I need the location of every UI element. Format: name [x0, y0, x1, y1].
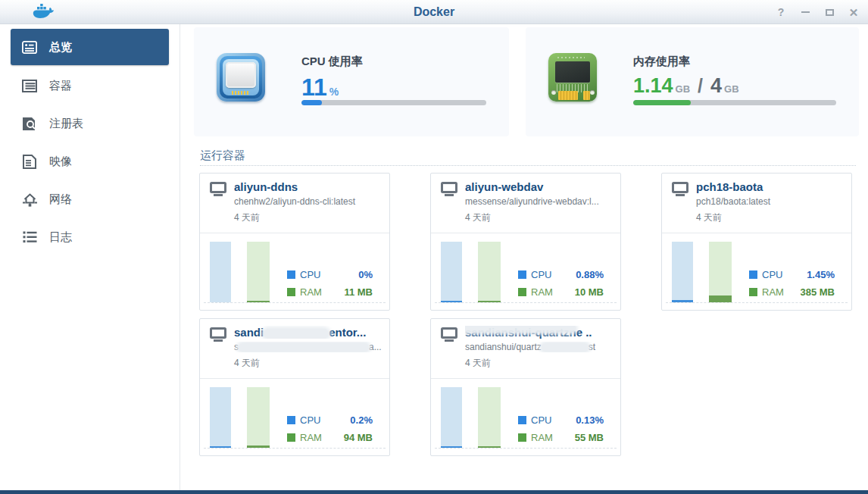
- chart-baseline: [204, 302, 386, 303]
- container-age: 4 天前: [234, 357, 260, 370]
- cpu-legend-value: 1.45%: [807, 269, 835, 280]
- ram-swatch-icon: [287, 433, 295, 442]
- cpu-swatch-icon: [287, 270, 295, 279]
- container-usage-chart: CPU 0% RAM 11 MB: [200, 233, 389, 310]
- cpu-legend-row: CPU 1.45%: [749, 269, 835, 280]
- cpu-swatch-icon: [287, 416, 295, 424]
- container-image: pch18/baota:latest: [696, 196, 845, 207]
- container-card-pch18-baota[interactable]: pch18-baota pch18/baota:latest 4 天前 CPU …: [661, 173, 852, 311]
- sidebar-item-log[interactable]: 日志: [0, 218, 180, 256]
- container-card-header: sandientor... sa... 4 天前: [200, 319, 389, 378]
- sidebar-item-label: 容器: [49, 79, 72, 93]
- container-age: 4 天前: [465, 357, 491, 370]
- sidebar-item-label: 网络: [49, 192, 72, 207]
- cpu-legend-row: CPU 0.88%: [518, 269, 604, 280]
- registry-icon: [21, 116, 38, 131]
- minimize-icon: [801, 11, 810, 13]
- container-age: 4 天前: [465, 211, 491, 224]
- cpu-bar-fill: [441, 301, 462, 302]
- ram-legend-value: 94 MB: [344, 432, 373, 443]
- memory-separator: /: [698, 75, 703, 97]
- memory-total-value: 4: [710, 76, 722, 96]
- container-name: pch18-baota: [696, 180, 844, 193]
- redaction-blur: [542, 343, 589, 352]
- cpu-legend-row: CPU 0%: [287, 269, 373, 280]
- cpu-legend-label: CPU: [762, 269, 782, 280]
- window-bottom-border: [0, 490, 868, 494]
- chart-baseline: [204, 448, 386, 449]
- ram-bar-fill: [709, 295, 732, 302]
- ram-legend-label: RAM: [762, 286, 784, 298]
- container-card-aliyun-ddns[interactable]: aliyun-ddns chenhw2/aliyun-ddns-cli:late…: [199, 173, 390, 311]
- ram-bar-fill: [247, 301, 270, 302]
- log-icon: [21, 230, 38, 245]
- container-card-aliyun-webdav[interactable]: aliyun-webdav messense/aliyundrive-webda…: [430, 173, 621, 311]
- chart-baseline: [435, 448, 617, 449]
- ram-bar-track: [247, 387, 270, 448]
- cpu-bar-track: [441, 387, 462, 448]
- ram-bar-track: [709, 242, 732, 302]
- window-controls: ? ✕: [774, 0, 860, 24]
- cpu-legend-label: CPU: [531, 414, 551, 426]
- section-divider: [200, 165, 856, 166]
- redaction-blur: [465, 326, 576, 333]
- memory-usage-title: 内存使用率: [633, 55, 838, 69]
- monitor-icon: [441, 182, 457, 197]
- ram-legend-label: RAM: [531, 286, 553, 298]
- network-icon: [21, 192, 38, 207]
- cpu-usage-title: CPU 使用率: [301, 55, 488, 69]
- monitor-icon: [210, 182, 226, 197]
- sidebar-item-overview[interactable]: 总览: [11, 29, 169, 65]
- sidebar-item-image[interactable]: 映像: [0, 142, 180, 180]
- sidebar-item-network[interactable]: 网络: [0, 180, 180, 218]
- ram-bar-fill: [478, 446, 501, 448]
- chart-baseline: [435, 302, 617, 303]
- cpu-legend-value: 0%: [358, 269, 373, 280]
- ram-bar-fill: [478, 301, 501, 302]
- container-image: sandianshui/quartzst: [465, 342, 614, 352]
- cpu-usage-value-row: 11 %: [301, 75, 488, 102]
- sidebar-item-label: 日志: [49, 230, 72, 245]
- cpu-usage-value: 11: [301, 75, 327, 99]
- container-card-redacted-2[interactable]: sandianshui-quartzne .. sandianshui/quar…: [430, 318, 621, 456]
- container-name: sandianshui-quartzne ..: [465, 326, 613, 339]
- ram-legend-row: RAM 10 MB: [518, 286, 604, 298]
- maximize-button[interactable]: [823, 5, 836, 19]
- help-button[interactable]: ?: [774, 5, 788, 19]
- ram-bar-track: [478, 387, 501, 448]
- ram-legend-value: 385 MB: [800, 286, 835, 298]
- cpu-swatch-icon: [518, 270, 526, 279]
- close-button[interactable]: ✕: [847, 5, 860, 19]
- cpu-legend-label: CPU: [300, 269, 320, 280]
- ram-legend-label: RAM: [300, 432, 322, 443]
- ram-legend-row: RAM 94 MB: [287, 432, 373, 443]
- cpu-bar-track: [210, 387, 231, 448]
- container-image: chenhw2/aliyun-ddns-cli:latest: [234, 196, 383, 207]
- monitor-icon: [672, 182, 688, 197]
- container-name: aliyun-webdav: [465, 180, 613, 193]
- cpu-bar-fill: [210, 446, 231, 448]
- titlebar: Docker ? ✕: [0, 0, 868, 24]
- ram-legend-value: 11 MB: [344, 286, 373, 298]
- container-name: aliyun-ddns: [234, 180, 382, 193]
- sidebar-item-containers[interactable]: 容器: [0, 67, 180, 105]
- container-card-header: aliyun-webdav messense/aliyundrive-webda…: [431, 174, 620, 233]
- ram-swatch-icon: [518, 433, 526, 442]
- ram-legend-row: RAM 385 MB: [749, 286, 835, 298]
- memory-used-unit: GB: [676, 83, 691, 95]
- cpu-bar-fill: [672, 300, 693, 302]
- cpu-swatch-icon: [518, 416, 526, 424]
- container-image: sa...: [234, 342, 383, 352]
- ram-bar-fill: [247, 446, 270, 448]
- container-card-redacted-1[interactable]: sandientor... sa... 4 天前 CPU 0.2% RAM 94…: [199, 318, 390, 456]
- cpu-legend-value: 0.88%: [576, 269, 604, 280]
- memory-total-unit: GB: [724, 83, 739, 95]
- sidebar-item-registry[interactable]: 注册表: [0, 105, 180, 142]
- minimize-button[interactable]: [798, 5, 812, 19]
- container-usage-chart: CPU 0.88% RAM 10 MB: [431, 233, 620, 310]
- maximize-icon: [826, 9, 834, 16]
- sidebar-item-label: 映像: [49, 155, 72, 169]
- container-age: 4 天前: [696, 211, 722, 224]
- memory-usage-value-row: 1.14 GB / 4 GB: [633, 75, 838, 102]
- memory-usage-card: 内存使用率 1.14 GB / 4 GB: [526, 27, 859, 136]
